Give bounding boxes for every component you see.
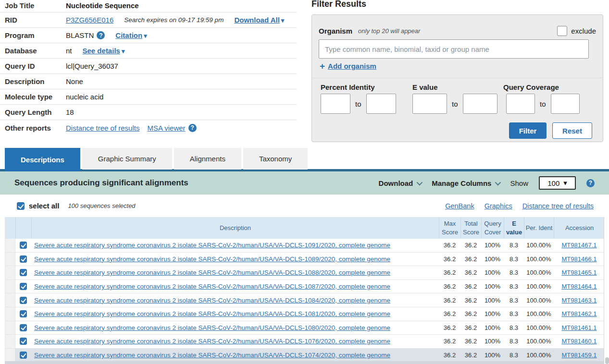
reset-button[interactable]: Reset [552, 122, 592, 139]
max-score-column-header[interactable]: Max Score [439, 217, 460, 239]
database-row: Database nt See details [0, 43, 297, 59]
sequence-description-link[interactable]: Severe acute respiratory syndrome corona… [34, 324, 390, 331]
sequence-description-link[interactable]: Severe acute respiratory syndrome corona… [34, 283, 390, 290]
max-score-cell: 36.2 [439, 280, 460, 293]
query-cover-column-header[interactable]: Query Cover [481, 217, 504, 239]
help-icon[interactable] [97, 31, 105, 39]
row-checkbox[interactable] [20, 324, 27, 331]
citation-link[interactable]: Citation [115, 31, 147, 39]
accession-link[interactable]: MT981466.1 [562, 255, 597, 263]
tab-taxonomy[interactable]: Taxonomy [243, 148, 308, 170]
select-all-checkbox[interactable] [17, 202, 25, 210]
genbank-link[interactable]: GenBank [445, 202, 474, 210]
accession-link[interactable]: MT981463.1 [562, 297, 597, 304]
sequence-description-link[interactable]: Severe acute respiratory syndrome corona… [34, 297, 390, 304]
download-all-link[interactable]: Download All [234, 16, 284, 24]
total-score-column-header[interactable]: Total Score [460, 217, 481, 239]
query-length-value: 18 [66, 108, 74, 116]
distance-tree-of-results-link[interactable]: Distance tree of results [522, 202, 594, 210]
database-label: Database [0, 47, 66, 55]
evalue-min-input[interactable] [412, 94, 447, 114]
expires-note: Search expires on 09-17 19:59 pm [124, 16, 224, 24]
help-icon[interactable] [188, 124, 197, 132]
manage-columns-menu[interactable]: Manage Columns [432, 179, 499, 187]
exclude-checkbox[interactable] [557, 26, 567, 36]
table-row: Severe acute respiratory syndrome corona… [5, 280, 604, 294]
query-coverage-max-input[interactable] [551, 94, 580, 114]
download-menu[interactable]: Download [379, 179, 422, 187]
row-checkbox[interactable] [20, 255, 27, 263]
filter-button[interactable]: Filter [509, 122, 547, 139]
query-cover-cell: 100% [481, 349, 504, 362]
molecule-type-value: nucleic acid [66, 93, 103, 101]
percent-identity-max-input[interactable] [366, 94, 396, 114]
sequence-description-link[interactable]: Severe acute respiratory syndrome corona… [34, 338, 390, 345]
show-count-select[interactable]: 100 [539, 176, 576, 190]
max-score-cell: 36.2 [439, 239, 460, 252]
row-checkbox[interactable] [20, 283, 27, 290]
e-value-cell: 8.3 [504, 239, 524, 252]
accession-link[interactable]: MT981464.1 [562, 283, 597, 290]
tab-alignments[interactable]: Alignments [174, 148, 241, 170]
per-ident-column-header[interactable]: Per. Ident [524, 217, 554, 239]
add-organism-link[interactable]: Add organism [328, 62, 376, 70]
row-checkbox[interactable] [20, 269, 27, 276]
row-checkbox[interactable] [20, 242, 27, 249]
to-label: to [540, 100, 546, 108]
e-value-cell: 8.3 [504, 266, 524, 279]
result-tabs: Descriptions Graphic Summary Alignments … [5, 148, 308, 171]
e-value-column-header[interactable]: E value [504, 217, 524, 239]
query-cover-cell: 100% [481, 307, 504, 321]
accession-link[interactable]: MT981462.1 [562, 310, 597, 317]
see-details-link[interactable]: See details [83, 47, 125, 55]
table-row: Severe acute respiratory syndrome corona… [5, 321, 604, 335]
scrollbar-thumb[interactable] [605, 357, 609, 364]
description-label: Description [0, 77, 66, 85]
row-checkbox[interactable] [20, 310, 27, 317]
distance-tree-link[interactable]: Distance tree of results [66, 124, 139, 132]
sequence-description-link[interactable]: Severe acute respiratory syndrome corona… [34, 352, 390, 359]
query-id-label: Query ID [0, 62, 66, 70]
sequence-description-link[interactable]: Severe acute respiratory syndrome corona… [34, 269, 390, 276]
msa-viewer-link[interactable]: MSA viewer [147, 124, 185, 132]
e-value-cell: 8.3 [504, 293, 524, 307]
job-title-label: Job Title [0, 1, 66, 10]
accession-column-header[interactable]: Accession [554, 217, 605, 239]
rid-link[interactable]: P3ZG656E016 [66, 16, 113, 24]
to-label: to [355, 100, 361, 108]
row-checkbox[interactable] [20, 352, 27, 359]
accession-link[interactable]: MT981465.1 [562, 269, 597, 276]
query-cover-cell: 100% [481, 253, 504, 266]
table-row: Severe acute respiratory syndrome corona… [5, 266, 604, 280]
help-icon[interactable] [586, 179, 595, 187]
accession-link[interactable]: MT981459.1 [562, 352, 597, 359]
description-column-header[interactable]: Description [31, 217, 439, 239]
organism-input[interactable] [319, 39, 589, 59]
evalue-max-input[interactable] [463, 94, 497, 114]
percent-identity-min-input[interactable] [321, 94, 350, 114]
query-coverage-min-input[interactable] [506, 94, 535, 114]
tab-graphic-summary[interactable]: Graphic Summary [82, 148, 172, 170]
accession-link[interactable]: MT981460.1 [562, 338, 597, 345]
query-length-row: Query Length 18 [0, 105, 297, 120]
program-row: Program BLASTN Citation [0, 28, 297, 43]
next-row-strip [5, 361, 604, 364]
row-checkbox[interactable] [20, 297, 27, 304]
rid-row: RID P3ZG656E016 Search expires on 09-17 … [0, 12, 297, 28]
table-row: Severe acute respiratory syndrome corona… [5, 307, 604, 321]
database-value: nt [66, 47, 72, 55]
sequence-description-link[interactable]: Severe acute respiratory syndrome corona… [34, 255, 390, 263]
accession-link[interactable]: MT981461.1 [562, 324, 597, 331]
per-ident-cell: 100.00% [524, 307, 554, 321]
total-score-cell: 36.2 [460, 321, 481, 335]
blast-results-page: Job Title Nucleotide Sequence RID P3ZG65… [0, 0, 609, 364]
selection-bar: select all 100 sequences selected GenBan… [0, 194, 609, 217]
graphics-link[interactable]: Graphics [485, 202, 512, 210]
select-all-label: select all [29, 202, 59, 210]
tab-descriptions[interactable]: Descriptions [5, 148, 80, 171]
row-checkbox[interactable] [20, 338, 27, 345]
rid-label: RID [0, 16, 66, 24]
sequence-description-link[interactable]: Severe acute respiratory syndrome corona… [34, 242, 390, 249]
accession-link[interactable]: MT981467.1 [562, 242, 597, 249]
sequence-description-link[interactable]: Severe acute respiratory syndrome corona… [34, 310, 390, 317]
